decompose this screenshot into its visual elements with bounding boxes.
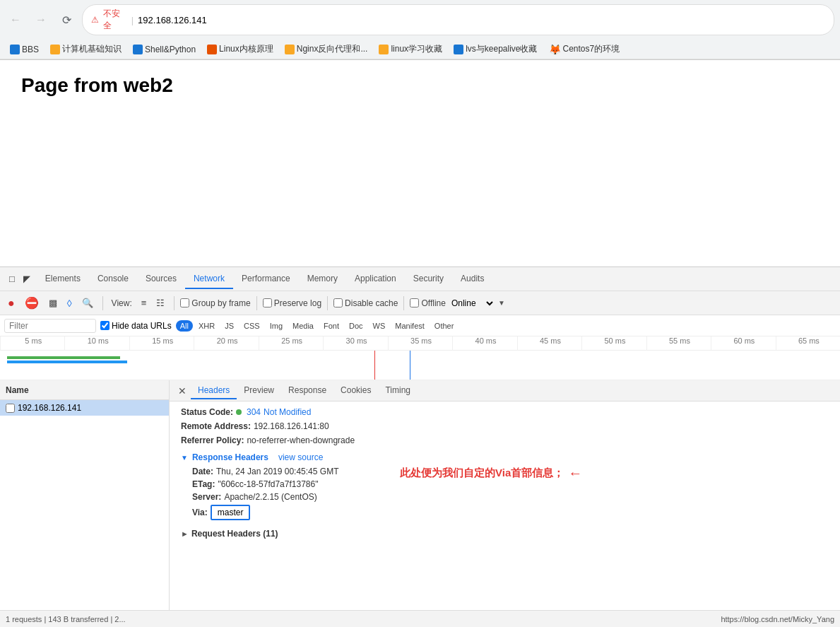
filter-js[interactable]: JS <box>220 320 238 332</box>
filter-button[interactable]: ◊ <box>64 295 76 311</box>
tab-performance[interactable]: Performance <box>233 269 299 289</box>
header-date-name: Date: <box>192 467 213 476</box>
marker-20ms: 20 ms <box>194 336 258 350</box>
filter-all[interactable]: All <box>176 320 193 332</box>
status-bar: 1 requests | 143 B transferred | 2... ht… <box>0 610 840 627</box>
remote-address-row: Remote Address: 192.168.126.141:80 <box>181 421 829 431</box>
detail-tab-preview[interactable]: Preview <box>237 382 281 399</box>
disable-cache-checkbox[interactable]: Disable cache <box>333 298 398 308</box>
detail-tab-timing[interactable]: Timing <box>378 382 418 399</box>
record-button[interactable]: ● <box>4 295 18 312</box>
bookmark-centos7[interactable]: 🦊 Centos7的环境 <box>545 42 625 57</box>
camera-button[interactable]: ▩ <box>45 295 61 310</box>
search-button[interactable]: 🔍 <box>78 295 97 310</box>
filter-media[interactable]: Media <box>288 320 318 332</box>
request-name: 192.168.126.141 <box>18 403 81 413</box>
timeline-green-bar <box>7 356 120 359</box>
filter-xhr[interactable]: XHR <box>194 320 219 332</box>
filter-bar: Hide data URLs All XHR JS CSS Img Media … <box>0 315 840 336</box>
tab-audits[interactable]: Audits <box>452 269 492 289</box>
bookmark-label: BBS <box>22 45 39 54</box>
detail-tab-headers[interactable]: Headers <box>191 382 237 399</box>
network-throttle-select[interactable]: Online Fast 3G Slow 3G Offline <box>449 298 495 309</box>
detail-content: Status Code: 304 Not Modified Remote Add… <box>170 402 840 610</box>
header-date: Date: Thu, 24 Jan 2019 00:45:45 GMT 此处便为… <box>181 467 829 476</box>
request-checkbox[interactable] <box>6 404 15 413</box>
bookmark-linux-kernel[interactable]: Linux内核原理 <box>203 42 278 57</box>
bookmark-computer-basics[interactable]: 计算机基础知识 <box>46 42 126 57</box>
url-input[interactable] <box>138 15 825 25</box>
inspect-element-button[interactable]: □ <box>6 271 18 286</box>
request-headers-section[interactable]: ► Request Headers (11) <box>181 529 829 539</box>
devtools-panel: □ ◤ Elements Console Sources Network Per… <box>0 266 840 627</box>
marker-15ms: 15 ms <box>129 336 194 350</box>
status-right: https://blog.csdn.net/Micky_Yang <box>721 615 834 623</box>
view-source-link[interactable]: view source <box>278 452 323 462</box>
bookmark-label: lvs与keepalive收藏 <box>466 43 537 55</box>
header-via-name: Via: <box>192 508 208 517</box>
bookmark-icon <box>207 45 217 54</box>
grid-view-button[interactable]: ☷ <box>153 295 168 310</box>
reload-button[interactable]: ⟳ <box>57 10 76 30</box>
bookmark-shell-python[interactable]: Shell&Python <box>129 43 200 56</box>
page-title: Page from web2 <box>21 74 819 97</box>
preserve-log-checkbox[interactable]: Preserve log <box>263 298 321 308</box>
annotation-arrow: ← <box>568 465 582 481</box>
filter-manifest[interactable]: Manifest <box>391 320 429 332</box>
bookmark-lvs[interactable]: lvs与keepalive收藏 <box>449 42 541 57</box>
filter-input[interactable] <box>4 319 96 333</box>
remote-address-label: Remote Address: <box>181 421 251 431</box>
device-toolbar-button[interactable]: ◤ <box>20 271 34 286</box>
tab-memory[interactable]: Memory <box>299 269 346 289</box>
response-headers-header[interactable]: ▼ Response Headers view source <box>181 452 829 462</box>
tab-elements[interactable]: Elements <box>37 269 89 289</box>
filter-types: All XHR JS CSS Img Media Font Doc WS Man… <box>176 320 459 332</box>
timeline-red-line <box>374 351 375 380</box>
header-date-value: Thu, 24 Jan 2019 00:45:45 GMT <box>216 467 338 476</box>
tab-security[interactable]: Security <box>405 269 452 289</box>
hide-data-urls-checkbox[interactable]: Hide data URLs <box>100 321 172 331</box>
detail-tab-cookies[interactable]: Cookies <box>333 382 378 399</box>
request-item[interactable]: 192.168.126.141 <box>0 400 169 416</box>
throttle-dropdown[interactable]: ▼ <box>498 299 505 307</box>
filter-css[interactable]: CSS <box>239 320 264 332</box>
filter-font[interactable]: Font <box>319 320 343 332</box>
header-via-value: master <box>211 505 251 520</box>
requests-header: Name <box>0 380 169 400</box>
annotation-text: 此处便为我们自定的Via首部信息； <box>400 467 564 480</box>
tab-console[interactable]: Console <box>89 269 137 289</box>
bookmark-bbs[interactable]: BBS <box>6 43 43 56</box>
detail-tab-response[interactable]: Response <box>281 382 333 399</box>
bookmark-nginx[interactable]: Nginx反向代理和... <box>280 42 372 57</box>
marker-55ms: 55 ms <box>646 336 711 350</box>
forward-button[interactable]: → <box>31 10 51 30</box>
status-code-value: 304 <box>247 407 261 417</box>
filter-ws[interactable]: WS <box>369 320 390 332</box>
filter-doc[interactable]: Doc <box>345 320 367 332</box>
browser-toolbar: ← → ⟳ ⚠ 不安全 | <box>0 0 840 40</box>
bookmark-linux-collect[interactable]: linux学习收藏 <box>374 42 446 57</box>
requests-count: 1 requests <box>6 615 42 623</box>
filter-img[interactable]: Img <box>266 320 287 332</box>
back-button[interactable]: ← <box>6 10 25 30</box>
header-etag-value: "606cc-18-57fd7a7f13786" <box>218 479 318 489</box>
header-server-value: Apache/2.2.15 (CentOS) <box>224 492 317 502</box>
tab-network[interactable]: Network <box>185 269 233 289</box>
clear-button[interactable]: ⛔ <box>21 294 42 312</box>
timeline-bar: 5 ms 10 ms 15 ms 20 ms 25 ms 30 ms 35 ms… <box>0 336 840 380</box>
offline-checkbox[interactable]: Offline <box>410 298 445 308</box>
detail-close-button[interactable]: ✕ <box>174 384 191 398</box>
tab-application[interactable]: Application <box>346 269 405 289</box>
group-by-frame-checkbox[interactable]: Group by frame <box>180 298 250 308</box>
bookmark-icon <box>454 45 463 54</box>
response-headers-section: ▼ Response Headers view source Date: Thu… <box>181 452 829 520</box>
security-text: 不安全 <box>103 8 127 32</box>
tab-sources[interactable]: Sources <box>137 269 185 289</box>
bookmark-label: linux学习收藏 <box>391 43 442 55</box>
list-view-button[interactable]: ≡ <box>138 295 150 310</box>
marker-10ms: 10 ms <box>64 336 129 350</box>
devtools-tabbar: □ ◤ Elements Console Sources Network Per… <box>0 267 840 291</box>
filter-other[interactable]: Other <box>430 320 459 332</box>
fox-icon: 🦊 <box>549 44 561 55</box>
status-code-label: Status Code: <box>181 407 233 417</box>
